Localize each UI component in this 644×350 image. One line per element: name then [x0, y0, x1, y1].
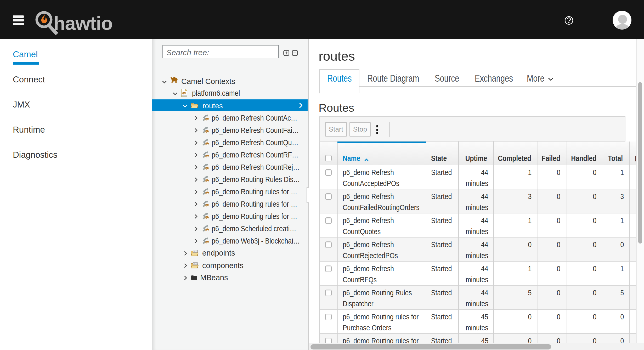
svg-text:hawtio: hawtio — [54, 13, 112, 34]
